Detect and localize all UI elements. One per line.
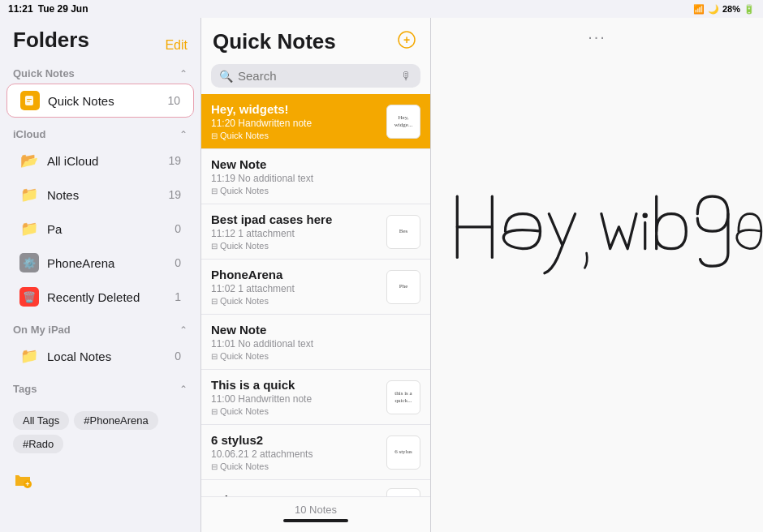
note-item-7[interactable]: 6 stylus2 10.06.21 2 attachments ⊟ Quick…: [201, 425, 430, 480]
more-dots-button[interactable]: ···: [588, 28, 606, 46]
quick-notes-label: Quick Notes: [48, 94, 159, 108]
status-bar: 11:21 Tue 29 Jun 📶 🌙 28% 🔋: [0, 0, 763, 18]
note-content-7: 6 stylus2 10.06.21 2 attachments ⊟ Quick…: [211, 433, 380, 471]
tags-section-header: Tags ⌃: [0, 373, 200, 398]
sidebar-item-all-icloud[interactable]: 📂 All iCloud 19: [6, 144, 194, 177]
note-item-8[interactable]: Bring ⊟ Quick Notes: [201, 480, 430, 496]
local-notes-label: Local Notes: [47, 350, 166, 363]
all-tags-chip[interactable]: All Tags: [13, 411, 69, 430]
quick-notes-section-title: Quick Notes: [13, 67, 75, 79]
svg-rect-2: [27, 101, 30, 102]
note-item-4[interactable]: PhoneArena 11:02 1 attachment ⊟ Quick No…: [201, 260, 430, 315]
folder-small-icon-4: ⊟: [211, 297, 218, 306]
quick-notes-section-header: Quick Notes ⌃: [0, 58, 200, 83]
thumb-text-1: Hey, widge...: [387, 112, 420, 131]
note-meta-3: 11:12 1 attachment: [211, 228, 380, 239]
note-item-5[interactable]: New Note 11:01 No additional text ⊟ Quic…: [201, 315, 430, 370]
notes-panel-header: Quick Notes +: [201, 18, 430, 59]
mic-icon[interactable]: 🎙: [401, 70, 412, 83]
all-icloud-icon: 📂: [19, 151, 39, 170]
sidebar-item-recently-deleted[interactable]: 🗑️ Recently Deleted 1: [6, 281, 194, 313]
sidebar-item-pa[interactable]: 📁 Pa 0: [6, 212, 194, 245]
svg-rect-1: [27, 99, 32, 100]
note-title-3: Best ipad cases here: [211, 212, 380, 226]
thumb-text-6: this is a quick...: [387, 388, 420, 406]
notes-more-button[interactable]: +: [394, 29, 419, 54]
search-icon: 🔍: [219, 70, 233, 83]
pa-icon: 📁: [19, 219, 39, 238]
note-item-2[interactable]: New Note 11:19 No additional text ⊟ Quic…: [201, 149, 430, 204]
note-thumbnail-3: Bes: [386, 215, 420, 249]
sidebar-item-local-notes[interactable]: 📁 Local Notes 0: [6, 340, 194, 372]
note-content-6: This is a quick 11:00 Handwritten note ⊟…: [211, 378, 380, 416]
on-my-ipad-chevron-icon: ⌃: [179, 324, 188, 336]
notes-count: 19: [168, 188, 181, 201]
note-item-3[interactable]: Best ipad cases here 11:12 1 attachment …: [201, 204, 430, 260]
note-title-2: New Note: [211, 157, 420, 171]
note-detail-panel: ···: [431, 18, 763, 532]
note-folder-name-7: Quick Notes: [220, 461, 269, 471]
notes-icon: 📁: [19, 185, 39, 204]
edit-button[interactable]: Edit: [165, 38, 188, 53]
sidebar-header: Folders Edit: [0, 18, 200, 58]
search-bar[interactable]: 🔍 🎙: [211, 64, 420, 88]
icloud-chevron-icon: ⌃: [179, 129, 188, 140]
new-folder-button[interactable]: +: [0, 460, 200, 503]
note-thumbnail-8: [386, 488, 420, 496]
tags-section: All Tags #PhoneArena #Rado: [0, 398, 200, 460]
note-folder-2: ⊟ Quick Notes: [211, 186, 420, 195]
folder-small-icon-7: ⊟: [211, 462, 218, 471]
main-layout: Folders Edit Quick Notes ⌃ Quick Notes 1…: [0, 18, 763, 532]
note-thumbnail-7: 6 stylus: [386, 435, 420, 470]
quick-notes-icon: [20, 91, 40, 110]
phonearena-count: 0: [175, 256, 181, 269]
notes-list-panel: Quick Notes + 🔍 🎙 Hey, widgets! 11:20 Ha…: [201, 18, 431, 532]
svg-text:+: +: [25, 480, 29, 488]
quick-notes-chevron-icon: ⌃: [179, 68, 188, 79]
local-notes-icon: 📁: [19, 346, 39, 366]
note-title-6: This is a quick: [211, 378, 380, 392]
pa-label: Pa: [47, 222, 166, 236]
note-content-1: Hey, widgets! 11:20 Handwritten note ⊟ Q…: [211, 102, 380, 140]
on-my-ipad-section-header: On My iPad ⌃: [0, 314, 200, 339]
sidebar: Folders Edit Quick Notes ⌃ Quick Notes 1…: [0, 18, 201, 532]
note-item-1[interactable]: Hey, widgets! 11:20 Handwritten note ⊟ Q…: [201, 94, 430, 149]
note-folder-name-4: Quick Notes: [220, 296, 269, 306]
search-input[interactable]: [238, 69, 396, 83]
rado-tag-chip[interactable]: #Rado: [13, 435, 63, 453]
recently-deleted-count: 1: [175, 290, 181, 303]
thumb-text-7: 6 stylus: [392, 446, 415, 457]
tags-chevron-icon: ⌃: [179, 384, 188, 395]
note-thumbnail-4: Phe: [386, 270, 420, 304]
new-folder-icon: +: [13, 470, 32, 493]
sidebar-item-notes[interactable]: 📁 Notes 19: [6, 178, 194, 211]
thumb-text-4: Phe: [397, 281, 411, 292]
note-content-5: New Note 11:01 No additional text ⊟ Quic…: [211, 323, 420, 361]
thumb-text-3: Bes: [397, 225, 411, 237]
phonearena-tag-chip[interactable]: #PhoneArena: [74, 411, 158, 430]
notes-count-bar: 10 Notes: [201, 496, 430, 532]
note-folder-7: ⊟ Quick Notes: [211, 461, 380, 471]
note-folder-1: ⊟ Quick Notes: [211, 131, 380, 140]
sidebar-item-quick-notes[interactable]: Quick Notes 10: [6, 84, 194, 118]
note-title-1: Hey, widgets!: [211, 102, 380, 116]
all-icloud-count: 19: [168, 154, 181, 167]
phonearena-label: PhoneArena: [47, 256, 166, 270]
note-content-4: PhoneArena 11:02 1 attachment ⊟ Quick No…: [211, 268, 380, 306]
bottom-indicator: [283, 519, 348, 522]
svg-rect-0: [25, 96, 33, 105]
note-meta-7: 10.06.21 2 attachments: [211, 448, 380, 460]
note-folder-name-3: Quick Notes: [220, 241, 269, 251]
recently-deleted-label: Recently Deleted: [47, 290, 166, 304]
wifi-icon: 📶: [693, 4, 705, 15]
note-folder-name-1: Quick Notes: [220, 131, 269, 140]
note-meta-1: 11:20 Handwritten note: [211, 118, 380, 129]
note-folder-name-5: Quick Notes: [220, 351, 269, 361]
folder-small-icon-3: ⊟: [211, 242, 218, 251]
local-notes-count: 0: [175, 350, 181, 363]
folder-small-icon-5: ⊟: [211, 352, 218, 361]
note-content-2: New Note 11:19 No additional text ⊟ Quic…: [211, 157, 420, 195]
sidebar-item-phonearena[interactable]: ⚙️ PhoneArena 0: [6, 247, 194, 279]
note-item-6[interactable]: This is a quick 11:00 Handwritten note ⊟…: [201, 370, 430, 425]
notes-list: Hey, widgets! 11:20 Handwritten note ⊟ Q…: [201, 94, 430, 496]
